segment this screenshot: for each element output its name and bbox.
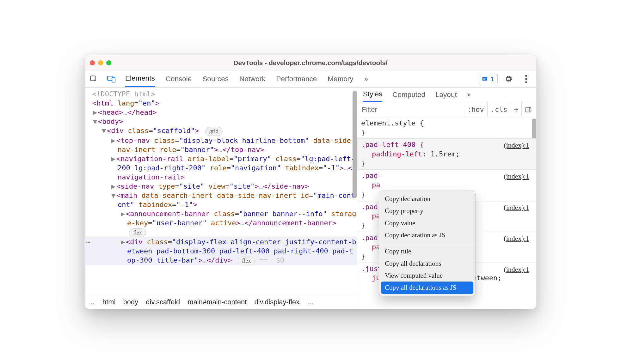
layout-badge-flex[interactable]: flex bbox=[129, 228, 146, 237]
svg-point-7 bbox=[525, 78, 527, 80]
menu-copy-declaration[interactable]: Copy declaration bbox=[379, 193, 475, 205]
side-tabs: Styles Computed Layout » bbox=[357, 88, 536, 102]
menu-separator bbox=[379, 243, 475, 243]
svg-rect-3 bbox=[483, 77, 487, 81]
dom-tree[interactable]: <!DOCTYPE html> <html lang="en"> ▶<head>… bbox=[85, 88, 357, 295]
tab-performance[interactable]: Performance bbox=[276, 70, 317, 87]
menu-copy-all-declarations-js[interactable]: Copy all declarations as JS bbox=[381, 282, 473, 294]
new-rule-button[interactable]: + bbox=[511, 102, 521, 117]
context-menu: Copy declaration Copy property Copy valu… bbox=[379, 191, 476, 296]
dom-line[interactable]: <html lang="en"> bbox=[85, 99, 357, 108]
breadcrumb: … html body div.scaffold main#main-conte… bbox=[85, 295, 357, 309]
scrollbar-thumb[interactable] bbox=[353, 91, 357, 198]
subtab-styles[interactable]: Styles bbox=[363, 88, 382, 102]
dom-line[interactable]: ▶<announcement-banner class="banner bann… bbox=[85, 209, 357, 237]
titlebar: DevTools - developer.chrome.com/tags/dev… bbox=[85, 55, 536, 70]
workspace: <!DOCTYPE html> <html lang="en"> ▶<head>… bbox=[85, 88, 536, 309]
crumb-main[interactable]: main#main-content bbox=[188, 298, 247, 306]
main-tabs: Elements Console Sources Network Perform… bbox=[125, 70, 368, 87]
crumb-body[interactable]: body bbox=[123, 298, 138, 306]
svg-point-6 bbox=[525, 75, 527, 77]
style-rule-pad-left-400[interactable]: .pad-left-400 { (index):1 padding-left: … bbox=[357, 138, 536, 169]
dom-line[interactable]: ▶<side-nav type="site" view="site">…</si… bbox=[85, 182, 357, 191]
source-link[interactable]: (index):1 bbox=[504, 265, 529, 274]
breadcrumb-ellipsis[interactable]: … bbox=[88, 298, 95, 306]
dom-line[interactable]: ▼<main data-search-inert data-side-nav-i… bbox=[85, 191, 357, 209]
hov-toggle[interactable]: :hov bbox=[464, 102, 487, 117]
dom-line-selected[interactable]: ▶<div class="display-flex align-center j… bbox=[85, 237, 357, 265]
filter-input[interactable] bbox=[357, 102, 464, 117]
subtabs-overflow[interactable]: » bbox=[467, 88, 471, 102]
svg-rect-4 bbox=[483, 78, 486, 78]
issues-count: 1 bbox=[490, 75, 494, 83]
styles-list[interactable]: element.style { } .pad-left-400 { (index… bbox=[357, 117, 536, 309]
tab-elements[interactable]: Elements bbox=[125, 70, 155, 87]
source-link[interactable]: (index):1 bbox=[504, 141, 529, 150]
source-link[interactable]: (index):1 bbox=[504, 203, 529, 212]
elements-panel: <!DOCTYPE html> <html lang="en"> ▶<head>… bbox=[85, 88, 357, 309]
subtab-layout[interactable]: Layout bbox=[435, 88, 457, 102]
crumb-html[interactable]: html bbox=[102, 298, 116, 306]
dom-line[interactable]: ▶<navigation-rail aria-label="primary" c… bbox=[85, 154, 357, 182]
svg-rect-5 bbox=[483, 79, 485, 80]
cls-toggle[interactable]: .cls bbox=[487, 102, 511, 117]
device-toolbar-icon[interactable] bbox=[104, 72, 118, 86]
crumb-scaffold[interactable]: div.scaffold bbox=[146, 298, 180, 306]
styles-filter-bar: :hov .cls + bbox=[357, 102, 536, 117]
settings-gear-icon[interactable] bbox=[501, 72, 515, 86]
crumb-div[interactable]: div.display-flex bbox=[254, 298, 299, 306]
layout-badge-flex[interactable]: flex bbox=[238, 257, 255, 265]
breadcrumb-ellipsis[interactable]: … bbox=[307, 298, 314, 306]
issues-button[interactable]: 1 bbox=[479, 74, 498, 84]
dom-line[interactable]: ▶<head>…</head> bbox=[85, 108, 357, 117]
style-rule-element[interactable]: element.style { } bbox=[357, 117, 536, 138]
main-toolbar: Elements Console Sources Network Perform… bbox=[85, 70, 536, 88]
kebab-menu-icon[interactable] bbox=[519, 72, 533, 86]
dom-line[interactable]: ▶<top-nav class="display-block hairline-… bbox=[85, 136, 357, 154]
svg-point-8 bbox=[525, 81, 527, 83]
layout-badge-grid[interactable]: grid bbox=[205, 127, 223, 136]
menu-view-computed[interactable]: View computed value bbox=[379, 270, 475, 282]
devtools-window: DevTools - developer.chrome.com/tags/dev… bbox=[84, 55, 537, 309]
source-link[interactable]: (index):1 bbox=[504, 234, 529, 243]
dom-line[interactable]: ▼<div class="scaffold"> grid bbox=[85, 126, 357, 136]
svg-rect-2 bbox=[112, 78, 115, 82]
subtab-computed[interactable]: Computed bbox=[392, 88, 425, 102]
tab-network[interactable]: Network bbox=[239, 70, 266, 87]
menu-copy-declaration-js[interactable]: Copy declaration as JS bbox=[379, 229, 475, 241]
panel-toggle-icon[interactable] bbox=[521, 102, 536, 117]
tab-console[interactable]: Console bbox=[166, 70, 192, 87]
source-link[interactable]: (index):1 bbox=[504, 172, 529, 181]
menu-copy-property[interactable]: Copy property bbox=[379, 205, 475, 217]
menu-copy-value[interactable]: Copy value bbox=[379, 217, 475, 229]
tab-memory[interactable]: Memory bbox=[328, 70, 353, 87]
window-title: DevTools - developer.chrome.com/tags/dev… bbox=[85, 59, 536, 67]
tab-sources[interactable]: Sources bbox=[202, 70, 229, 87]
styles-panel: Styles Computed Layout » :hov .cls + ele… bbox=[357, 88, 536, 309]
inspect-element-icon[interactable] bbox=[87, 72, 101, 86]
menu-copy-rule[interactable]: Copy rule bbox=[379, 245, 475, 257]
tabs-overflow[interactable]: » bbox=[364, 70, 368, 87]
dom-line[interactable]: ▼<body> bbox=[85, 117, 357, 126]
css-declaration[interactable]: padding-left: 1.5rem; bbox=[361, 149, 532, 159]
dom-line: <!DOCTYPE html> bbox=[85, 89, 357, 99]
menu-copy-all-declarations[interactable]: Copy all declarations bbox=[379, 258, 475, 270]
